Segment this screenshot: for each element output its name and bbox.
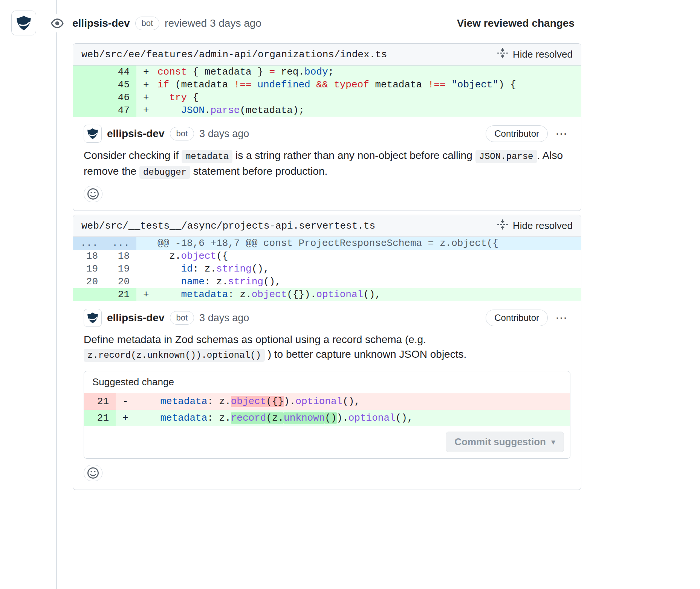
avatar[interactable] (11, 11, 36, 35)
line-number[interactable] (73, 288, 105, 301)
code-line: metadata: z.record(z.unknown()).optional… (137, 410, 570, 426)
line-number[interactable]: 18 (73, 250, 105, 262)
line-number[interactable]: 45 (105, 78, 136, 91)
diff-line: ......@@ -18,6 +18,7 @@ const ProjectRes… (73, 237, 581, 250)
hide-resolved-label: Hide resolved (513, 49, 573, 60)
diff-sign (136, 250, 157, 262)
comment-body: Define metadata in Zod schemas as option… (84, 332, 570, 363)
diff-line: 45+if (metadata !== undefined && typeof … (73, 78, 581, 91)
diff-sign: + (136, 104, 157, 117)
file-header: web/src/__tests__/async/projects-api.ser… (73, 215, 581, 237)
diff-line: 46+ try { (73, 91, 581, 104)
fold-icon (497, 219, 508, 233)
comment-author[interactable]: ellipsis-dev (107, 312, 165, 324)
diff-sign: + (136, 288, 157, 301)
file-header: web/src/ee/features/admin-api/organizati… (73, 44, 581, 66)
suggestion-diff-table: 21- metadata: z.object({}).optional(),21… (84, 393, 570, 426)
diff-sign: + (136, 78, 157, 91)
add-reaction-button[interactable] (84, 465, 102, 481)
line-number[interactable]: 21 (84, 393, 116, 410)
comment-timestamp[interactable]: 3 days ago (199, 128, 249, 140)
code-line: const { metadata } = req.body; (157, 66, 581, 78)
inline-code: metadata (182, 150, 232, 163)
diff-sign: - (116, 393, 137, 410)
review-comment: ellipsis-dev bot 3 days ago Contributor … (73, 301, 581, 490)
bot-badge: bot (170, 311, 194, 325)
diff-sign (136, 237, 157, 250)
diff-line: 44+const { metadata } = req.body; (73, 66, 581, 78)
code-line: if (metadata !== undefined && typeof met… (157, 78, 581, 91)
diff-sign: + (136, 66, 157, 78)
comment-body: Consider checking if metadata is a strin… (84, 148, 570, 180)
line-number[interactable]: 20 (105, 275, 136, 288)
diff-table: 44+const { metadata } = req.body;45+if (… (73, 66, 581, 117)
diff-line: 21- metadata: z.object({}).optional(), (84, 393, 570, 410)
reviewer-name[interactable]: ellipsis-dev (72, 17, 130, 29)
line-number[interactable]: 20 (73, 275, 105, 288)
chevron-down-icon: ▾ (551, 437, 555, 447)
diff-line: 21+ metadata: z.record(z.unknown()).opti… (84, 410, 570, 426)
avatar[interactable] (84, 125, 102, 143)
code-line: metadata: z.object({}).optional(), (157, 288, 581, 301)
diff-sign (136, 275, 157, 288)
diff-line: 1818 z.object({ (73, 250, 581, 262)
code-line: metadata: z.object({}).optional(), (137, 393, 570, 410)
diff-sign (136, 262, 157, 275)
line-number[interactable]: ... (73, 237, 105, 250)
line-number[interactable] (73, 66, 105, 78)
line-number[interactable]: 47 (105, 104, 136, 117)
bot-badge: bot (170, 127, 194, 140)
diff-line: 1919 id: z.string(), (73, 262, 581, 275)
suggestion-footer: Commit suggestion ▾ (84, 426, 570, 458)
line-number[interactable]: 46 (105, 91, 136, 104)
review-thread-card: web/src/__tests__/async/projects-api.ser… (73, 215, 581, 490)
comment-author[interactable]: ellipsis-dev (107, 128, 165, 140)
kebab-menu-icon[interactable]: ⋯ (553, 311, 570, 325)
line-number[interactable]: ... (105, 237, 136, 250)
inline-code: z.record(z.unknown()).optional() (84, 349, 265, 362)
review-comment: ellipsis-dev bot 3 days ago Contributor … (73, 117, 581, 211)
smiley-icon (87, 188, 99, 200)
hide-resolved-button[interactable]: Hide resolved (497, 47, 573, 61)
hide-resolved-label: Hide resolved (513, 220, 573, 232)
code-line: z.object({ (157, 250, 581, 262)
line-number[interactable]: 18 (105, 250, 136, 262)
file-path[interactable]: web/src/ee/features/admin-api/organizati… (81, 49, 387, 60)
avatar[interactable] (84, 309, 102, 327)
diff-line: 21+ metadata: z.object({}).optional(), (73, 288, 581, 301)
kebab-menu-icon[interactable]: ⋯ (553, 127, 570, 141)
diff-sign: + (136, 91, 157, 104)
line-number[interactable] (73, 78, 105, 91)
diff-line: 2020 name: z.string(), (73, 275, 581, 288)
line-number[interactable]: 19 (73, 262, 105, 275)
code-line: @@ -18,6 +18,7 @@ const ProjectResponseS… (157, 237, 581, 250)
line-number[interactable] (73, 104, 105, 117)
add-reaction-button[interactable] (84, 186, 102, 202)
comment-header: ellipsis-dev bot 3 days ago Contributor … (84, 309, 570, 327)
line-number[interactable] (73, 91, 105, 104)
bot-badge: bot (135, 17, 160, 30)
hide-resolved-button[interactable]: Hide resolved (497, 219, 573, 233)
code-line: try { (157, 91, 581, 104)
commit-suggestion-label: Commit suggestion (454, 436, 546, 448)
view-reviewed-changes-link[interactable]: View reviewed changes (457, 17, 575, 29)
review-thread-card: web/src/ee/features/admin-api/organizati… (73, 43, 581, 211)
review-action-text: reviewed 3 days ago (165, 17, 261, 29)
review-event-header: ellipsis-dev bot reviewed 3 days ago Vie… (47, 14, 575, 32)
line-number[interactable]: 21 (84, 410, 116, 426)
diff-table: ......@@ -18,6 +18,7 @@ const ProjectRes… (73, 237, 581, 301)
line-number[interactable]: 19 (105, 262, 136, 275)
commit-suggestion-button[interactable]: Commit suggestion ▾ (446, 432, 564, 452)
inline-code: debugger (139, 166, 190, 179)
file-path[interactable]: web/src/__tests__/async/projects-api.ser… (81, 220, 375, 232)
code-line: name: z.string(), (157, 275, 581, 288)
code-line: id: z.string(), (157, 262, 581, 275)
line-number[interactable]: 44 (105, 66, 136, 78)
suggested-change-title: Suggested change (84, 371, 570, 393)
line-number[interactable]: 21 (105, 288, 136, 301)
contributor-badge: Contributor (486, 310, 548, 326)
comment-timestamp[interactable]: 3 days ago (199, 312, 249, 324)
comment-header: ellipsis-dev bot 3 days ago Contributor … (84, 125, 570, 143)
inline-code: JSON.parse (475, 150, 537, 163)
suggested-change-box: Suggested change 21- metadata: z.object(… (84, 371, 570, 459)
